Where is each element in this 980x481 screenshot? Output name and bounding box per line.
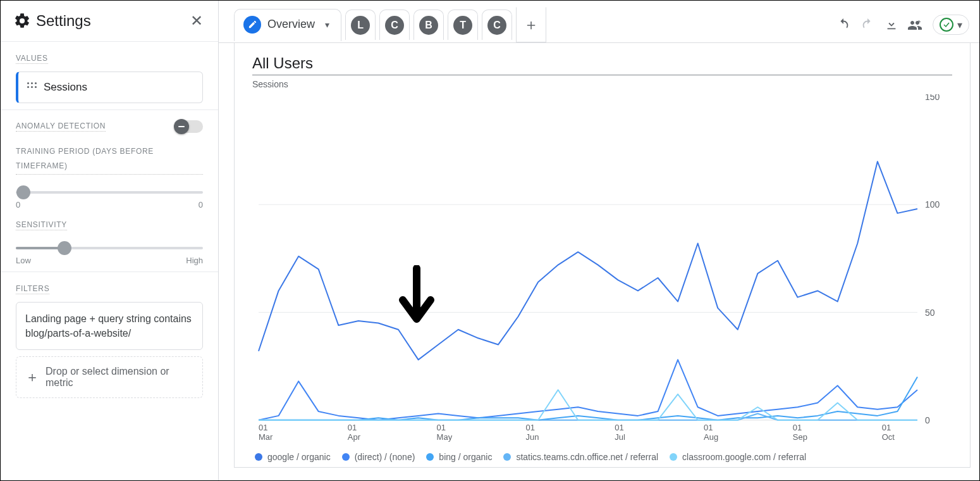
legend-item[interactable]: bing / organic xyxy=(426,452,492,462)
share-button[interactable] xyxy=(905,14,926,35)
settings-sidebar: Settings ✕ VALUES Sessions ANOMALY DETEC… xyxy=(1,1,219,480)
chart-card: All Users Sessions 05010015001Mar01Apr01… xyxy=(234,42,971,468)
filter-dropzone[interactable]: ＋ Drop or select dimension or metric xyxy=(16,356,203,398)
chart-subtitle: Sessions xyxy=(252,79,952,89)
training-min: 0 xyxy=(16,200,20,209)
values-heading: VALUES xyxy=(16,54,48,64)
main-area: Overview ▾ LCBTC ＋ ▾ All Users Sessions … xyxy=(219,1,979,480)
svg-text:50: 50 xyxy=(925,307,935,317)
plus-icon: ＋ xyxy=(25,370,39,384)
training-max: 0 xyxy=(199,200,203,209)
svg-text:01: 01 xyxy=(437,423,446,432)
svg-text:01: 01 xyxy=(704,423,713,432)
svg-text:Jul: Jul xyxy=(615,432,625,442)
check-circle-icon xyxy=(940,18,953,32)
sidebar-title: Settings xyxy=(36,12,180,30)
undo-button[interactable] xyxy=(833,14,854,35)
svg-text:01: 01 xyxy=(793,423,802,432)
redo-button[interactable] xyxy=(857,14,878,35)
legend-item[interactable]: (direct) / (none) xyxy=(342,452,415,462)
chevron-down-icon[interactable]: ▾ xyxy=(325,20,329,30)
tab-chip[interactable]: L xyxy=(345,9,376,40)
close-button[interactable]: ✕ xyxy=(185,9,208,32)
svg-text:100: 100 xyxy=(925,199,940,209)
arrow-annotation-icon xyxy=(398,265,436,328)
svg-text:0: 0 xyxy=(925,415,930,425)
svg-text:01: 01 xyxy=(259,423,267,432)
svg-text:Oct: Oct xyxy=(882,432,895,442)
svg-text:Sep: Sep xyxy=(793,432,807,442)
top-toolbar: Overview ▾ LCBTC ＋ ▾ xyxy=(219,1,979,42)
drag-handle-icon[interactable] xyxy=(27,82,37,92)
download-button[interactable] xyxy=(881,14,902,35)
sensitivity-heading: SENSITIVITY xyxy=(16,220,67,230)
tab-chip[interactable]: T xyxy=(448,9,478,40)
tab-overview[interactable]: Overview ▾ xyxy=(234,9,341,41)
svg-text:150: 150 xyxy=(925,94,940,102)
svg-text:Apr: Apr xyxy=(348,432,361,442)
svg-text:01: 01 xyxy=(882,423,891,432)
svg-text:Aug: Aug xyxy=(704,432,718,442)
legend-item[interactable]: classroom.google.com / referral xyxy=(670,452,806,462)
status-pill[interactable]: ▾ xyxy=(933,15,969,35)
anomaly-toggle[interactable] xyxy=(175,120,203,133)
chart-title: All Users xyxy=(252,54,952,75)
sensitivity-low: Low xyxy=(16,256,31,265)
add-tab-button[interactable]: ＋ xyxy=(516,7,546,42)
filter-chip[interactable]: Landing page + query string contains blo… xyxy=(16,302,203,350)
svg-text:Mar: Mar xyxy=(259,432,273,442)
chart-legend: google / organic(direct) / (none)bing / … xyxy=(252,447,952,462)
svg-text:May: May xyxy=(437,432,453,442)
tab-chip[interactable]: C xyxy=(482,9,512,40)
svg-text:01: 01 xyxy=(615,423,623,432)
sensitivity-high: High xyxy=(186,256,203,265)
filters-heading: FILTERS xyxy=(16,284,49,294)
tab-chip[interactable]: C xyxy=(379,9,410,40)
chevron-down-icon: ▾ xyxy=(957,19,962,31)
svg-text:01: 01 xyxy=(525,423,534,432)
value-chip-label: Sessions xyxy=(44,81,87,94)
training-heading: TRAINING PERIOD (DAYS BEFORE TIMEFRAME) xyxy=(16,144,203,175)
pencil-icon xyxy=(243,16,261,34)
tab-chip[interactable]: B xyxy=(413,9,444,40)
tab-overview-label: Overview xyxy=(267,18,315,31)
legend-item[interactable]: statics.teams.cdn.office.net / referral xyxy=(503,452,658,462)
training-slider[interactable] xyxy=(16,191,203,194)
gear-icon xyxy=(13,12,31,30)
value-chip-sessions[interactable]: Sessions xyxy=(16,72,203,103)
svg-text:Jun: Jun xyxy=(525,432,539,442)
chart-plot: 05010015001Mar01Apr01May01Jun01Jul01Aug0… xyxy=(252,94,952,447)
legend-item[interactable]: google / organic xyxy=(255,452,331,462)
anomaly-heading: ANOMALY DETECTION xyxy=(16,122,106,132)
sensitivity-slider[interactable] xyxy=(16,247,203,249)
svg-text:01: 01 xyxy=(348,423,357,432)
dropzone-label: Drop or select dimension or metric xyxy=(46,366,193,389)
